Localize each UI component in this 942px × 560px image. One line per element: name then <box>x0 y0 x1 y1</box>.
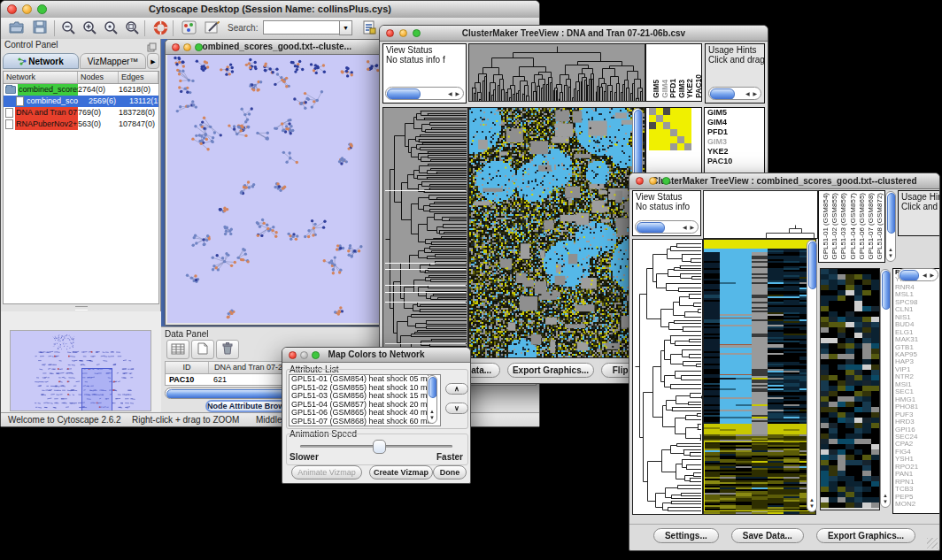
close-icon[interactable] <box>7 4 17 14</box>
zoom-in-icon[interactable] <box>79 19 100 37</box>
close-icon[interactable] <box>386 29 394 37</box>
column-tree-canvas[interactable] <box>703 190 818 239</box>
column-labels-panel: GIM5GIM4PFD1GIM3YKE2PAC10 <box>645 43 702 102</box>
attribute-list-item[interactable]: GPL51-07 (GSM868) heat shock 60 min <box>290 418 427 426</box>
file-icon <box>16 96 24 106</box>
zoom-window-icon[interactable] <box>312 351 320 359</box>
help-ring-icon[interactable] <box>150 19 171 37</box>
treeview-button[interactable]: Settings... <box>653 528 719 543</box>
scrollbar-arrow-icons[interactable]: ◀ ▶ <box>923 272 935 278</box>
minimize-icon[interactable] <box>183 43 191 51</box>
dialog-button[interactable]: Create Vizmap <box>369 465 433 479</box>
network-list-row[interactable]: combined_scores2764(0)16218(0) <box>4 84 158 96</box>
minimize-icon[interactable] <box>300 351 308 359</box>
save-session-button[interactable] <box>29 19 50 37</box>
panel-splitter[interactable] <box>1 304 161 311</box>
network-list-row[interactable]: RNAPuberNov2+563(0)107847(0) <box>4 119 158 130</box>
attribute-list[interactable]: GPL51-01 (GSM854) heat shock 05 minGPL51… <box>289 374 441 426</box>
main-titlebar[interactable]: Cytoscape Desktop (Session Name: collins… <box>1 1 539 19</box>
network-list-row[interactable]: DNA and Tran 07769(0)183728(0) <box>4 107 158 119</box>
heatmap-canvas[interactable] <box>703 239 816 515</box>
search-input[interactable] <box>263 20 341 35</box>
minimize-icon[interactable] <box>399 29 407 37</box>
treeview2-titlebar[interactable]: ClusterMaker TreeView : combined_scores_… <box>629 173 939 189</box>
speed-slider-thumb[interactable] <box>373 440 386 454</box>
treeview1-titlebar[interactable]: ClusterMaker TreeView : DNA and Tran 07-… <box>380 26 768 42</box>
scrollbar-arrow-icons[interactable]: ◀ ▶ <box>448 90 460 96</box>
scrollbar-arrow-icons[interactable]: ▲ ▼ <box>809 497 815 510</box>
scrollbar-thumb[interactable] <box>637 222 665 234</box>
network-list-row[interactable]: combined_sco2569(6)13112(15) <box>4 96 158 107</box>
network-list-header[interactable]: NetworkNodesEdges <box>4 72 158 84</box>
column-header-Edges[interactable]: Edges <box>119 72 158 83</box>
scrollbar-arrow-icons[interactable]: ▲ ▼ <box>888 247 893 259</box>
network-canvas[interactable] <box>167 55 382 323</box>
scrollbar-thumb[interactable] <box>900 270 919 281</box>
h-scrollbar[interactable]: ◀ ▶ <box>635 220 699 234</box>
heatmap-canvas[interactable] <box>468 107 645 358</box>
annotation-icon[interactable] <box>201 19 222 37</box>
network-view-window[interactable]: combined_scores_good.txt--cluste... <box>165 39 384 326</box>
zoom-fit-icon[interactable] <box>121 19 143 37</box>
select-attributes-icon[interactable] <box>166 340 189 359</box>
minimize-icon[interactable] <box>649 177 657 185</box>
scrollbar-arrow-icons[interactable]: ◀ ▶ <box>745 90 758 96</box>
close-icon[interactable] <box>636 177 644 185</box>
treeview-button[interactable]: Export Graphics... <box>816 528 915 543</box>
h-scrollbar[interactable]: ◀ ▶ <box>898 268 938 281</box>
scrollbar-arrow-icons[interactable]: ▲ ▼ <box>883 493 888 505</box>
minimize-icon[interactable] <box>22 4 32 14</box>
scrollbar-arrow-icons[interactable]: ◀ ▶ <box>683 224 695 230</box>
scrollbar-thumb[interactable] <box>882 271 891 310</box>
h-scrollbar[interactable]: ◀ ▶ <box>708 87 761 100</box>
new-attribute-icon[interactable] <box>191 340 214 359</box>
column-label: GPL51-08 (GSM872) <box>876 193 884 260</box>
zoom-selected-icon[interactable] <box>100 19 121 37</box>
v-scrollbar[interactable]: ▲ ▼ <box>427 375 437 424</box>
column-label: GPL51-01 (GSM854) <box>822 193 830 260</box>
treeview-button[interactable]: Export Graphics... <box>507 363 594 378</box>
search-dropdown-button[interactable]: ▼ <box>339 20 352 35</box>
row-dendrogram-canvas[interactable] <box>382 107 468 358</box>
tab-vizmapper[interactable]: VizMapper™ <box>80 53 146 69</box>
delete-attribute-trash-icon[interactable] <box>216 340 239 359</box>
column-header-Network[interactable]: Network <box>4 72 78 83</box>
vizmapper-icon[interactable] <box>178 19 199 37</box>
close-icon[interactable] <box>172 43 180 51</box>
scrollbar-thumb[interactable] <box>808 242 817 289</box>
v-scrollbar[interactable]: ▲ ▼ <box>880 269 891 508</box>
zoom-window-icon[interactable] <box>413 29 421 37</box>
column-header-Nodes[interactable]: Nodes <box>78 72 119 83</box>
tab-network[interactable]: Network <box>3 53 79 69</box>
speed-slider-track[interactable] <box>300 445 452 448</box>
v-scrollbar[interactable]: ▲ ▼ <box>885 191 896 262</box>
column-dendrogram-canvas[interactable] <box>468 43 645 102</box>
column-labels-panel: GPL51-01 (GSM854)GPL51-02 (GSM855)GPL51-… <box>818 190 885 263</box>
dialog-button[interactable]: Done <box>433 465 467 479</box>
zoom-out-icon[interactable] <box>58 19 79 37</box>
scrollbar-thumb[interactable] <box>887 193 896 234</box>
treeview-button[interactable]: Save Data... <box>731 528 804 543</box>
v-scrollbar[interactable]: ▲ ▼ <box>807 240 817 512</box>
tab-overflow-button[interactable]: ▶ <box>147 53 159 69</box>
zoom-window-icon[interactable] <box>662 177 670 185</box>
attribute-table-icon[interactable] <box>359 19 380 37</box>
zoom-window-icon[interactable] <box>195 43 203 51</box>
dialog-titlebar[interactable]: Map Colors to Network <box>282 348 470 363</box>
zoom-window-icon[interactable] <box>37 4 47 14</box>
scrollbar-arrow-icons[interactable]: ▲ ▼ <box>429 409 435 421</box>
scrollbar-thumb[interactable] <box>710 88 735 100</box>
scrollbar-thumb[interactable] <box>429 377 437 398</box>
zoom-heatmap-canvas[interactable] <box>820 268 880 510</box>
h-scrollbar[interactable]: ◀ ▶ <box>385 87 464 100</box>
scrollbar-thumb[interactable] <box>387 88 421 100</box>
view-status-text: No status info <box>636 202 700 211</box>
open-session-button[interactable] <box>6 19 27 37</box>
row-dendrogram-canvas[interactable] <box>632 239 703 515</box>
similarity-matrix-canvas[interactable] <box>649 108 691 150</box>
network-overview-canvas[interactable] <box>10 330 151 411</box>
close-icon[interactable] <box>289 351 297 359</box>
move-up-button[interactable]: ∧ <box>445 383 468 395</box>
resize-grip[interactable] <box>927 538 938 548</box>
move-down-button[interactable]: ∨ <box>445 403 468 414</box>
